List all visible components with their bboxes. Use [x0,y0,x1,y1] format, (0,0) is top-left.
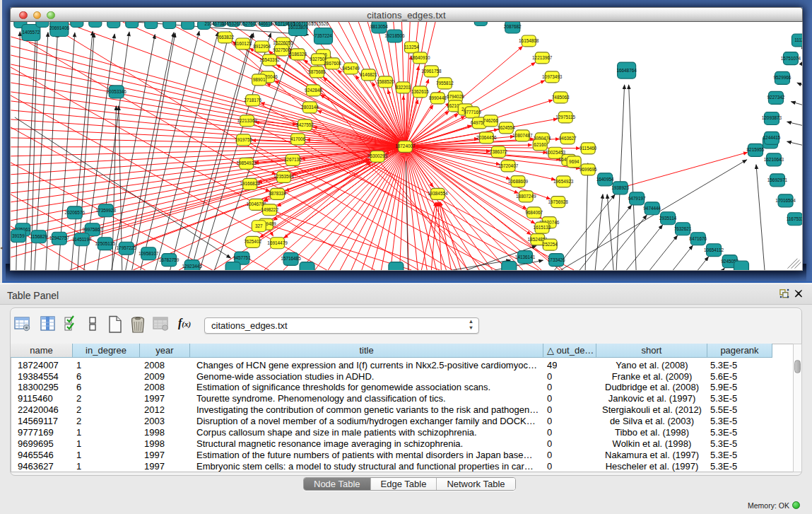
svg-text:10961758: 10961758 [421,69,442,74]
svg-text:1919755: 1919755 [235,137,252,142]
svg-text:2867608: 2867608 [324,61,341,66]
svg-text:25300293: 25300293 [367,153,388,158]
svg-text:1167531: 1167531 [787,216,803,221]
svg-text:19854923: 19854923 [236,160,257,165]
svg-text:3624554: 3624554 [498,125,515,130]
svg-text:10653267: 10653267 [221,22,242,26]
svg-text:8990448: 8990448 [429,95,447,100]
svg-text:12093873: 12093873 [762,115,782,120]
svg-text:10958107: 10958107 [139,251,159,256]
svg-text:16782759: 16782759 [159,257,180,262]
svg-text:2087682: 2087682 [504,24,522,29]
svg-text:15716485: 15716485 [281,256,301,261]
svg-text:9474444: 9474444 [643,206,661,211]
svg-text:18807249: 18807249 [516,194,536,199]
svg-text:8813054: 8813054 [370,24,388,29]
svg-text:7357224: 7357224 [314,33,332,38]
svg-text:8912954: 8912954 [253,44,271,49]
svg-text:16543392: 16543392 [259,57,280,62]
svg-text:9146821: 9146821 [360,72,377,77]
svg-text:98901: 98901 [253,77,266,82]
svg-text:19384554: 19384554 [428,191,448,196]
svg-text:20364456: 20364456 [476,135,497,140]
svg-text:19756928: 19756928 [548,199,569,204]
svg-text:10973493: 10973493 [542,74,563,79]
svg-text:417006: 417006 [290,136,306,141]
svg-text:2935114: 2935114 [659,216,677,221]
svg-text:18640910: 18640910 [410,55,430,60]
svg-text:9777169: 9777169 [464,110,481,115]
svg-text:39159: 39159 [12,233,25,238]
svg-text:7485063: 7485063 [552,95,570,100]
svg-text:3267130: 3267130 [284,157,302,162]
svg-text:7625402: 7625402 [244,239,261,244]
svg-text:62160: 62160 [534,142,546,147]
svg-text:16648764: 16648764 [616,68,637,73]
svg-text:16154808: 16154808 [519,38,539,43]
svg-text:327: 327 [255,223,263,228]
svg-text:15720407: 15720407 [498,163,519,168]
svg-text:12975115: 12975115 [555,115,575,119]
svg-text:9684067: 9684067 [525,210,543,215]
svg-text:1733426: 1733426 [548,257,565,262]
svg-text:8471676: 8471676 [689,236,707,241]
svg-text:3875685: 3875685 [308,69,326,74]
svg-text:12942757: 12942757 [49,235,70,240]
svg-text:7632621: 7632621 [674,226,692,231]
svg-text:16210643: 16210643 [764,157,784,162]
svg-text:9457751: 9457751 [233,255,251,260]
svg-text:16914479: 16914479 [267,240,288,245]
svg-text:8427552: 8427552 [296,122,314,127]
svg-text:9242848: 9242848 [305,88,322,93]
svg-text:99975867: 99975867 [83,227,103,232]
svg-text:8160123: 8160123 [234,41,252,46]
svg-text:8454749: 8454749 [342,66,360,71]
svg-text:252254: 252254 [543,242,558,247]
svg-text:1244415: 1244415 [763,135,781,140]
svg-text:1156829: 1156829 [30,234,48,239]
svg-text:10719185: 10719185 [275,22,295,26]
svg-text:9115460: 9115460 [579,146,597,151]
svg-text:10025453: 10025453 [546,150,566,155]
svg-text:1527602: 1527602 [240,22,258,26]
svg-text:18724007: 18724007 [395,144,416,148]
svg-text:19218506: 19218506 [384,33,405,38]
svg-text:9694: 9694 [569,159,579,164]
svg-text:19654923: 19654923 [553,179,574,184]
svg-text:7386372: 7386372 [490,149,507,154]
svg-text:1362615: 1362615 [411,89,429,94]
svg-text:8186328: 8186328 [289,52,307,57]
svg-text:12505135: 12505135 [95,241,116,246]
svg-text:20053346: 20053346 [107,89,127,94]
svg-text:7663822: 7663822 [216,35,234,40]
svg-text:1615132: 1615132 [534,225,551,230]
svg-text:1588520: 1588520 [377,79,394,84]
svg-text:9529966: 9529966 [774,75,792,80]
svg-text:1112: 1112 [794,37,803,42]
svg-text:8878334: 8878334 [269,191,286,196]
svg-text:9699695: 9699695 [579,167,597,172]
svg-text:19166829: 19166829 [240,181,260,186]
svg-text:113254: 113254 [404,45,419,49]
svg-text:1498222: 1498222 [261,207,278,212]
svg-text:17016504: 17016504 [775,198,796,203]
svg-text:832203: 832203 [396,85,411,90]
svg-text:10807487: 10807487 [512,133,533,138]
svg-text:1640954: 1640954 [596,177,614,182]
svg-text:12213967: 12213967 [532,55,553,60]
svg-text:12923445: 12923445 [182,264,202,269]
svg-text:12353594: 12353594 [273,174,294,179]
svg-text:746266: 746266 [483,118,499,123]
svg-text:6479197: 6479197 [628,196,646,201]
svg-text:2803144: 2803144 [301,105,319,110]
svg-text:9227342: 9227342 [767,95,785,100]
svg-text:15751074: 15751074 [781,56,801,61]
svg-text:1938923: 1938923 [611,185,629,190]
svg-text:17957225: 17957225 [117,245,137,250]
svg-text:15692971: 15692971 [767,177,788,182]
svg-text:10688609: 10688609 [508,179,529,184]
svg-text:8215955: 8215955 [747,147,765,152]
svg-text:2718176: 2718176 [244,98,261,103]
svg-text:9327506: 9327506 [273,47,290,52]
svg-text:17359928: 17359928 [96,208,117,213]
